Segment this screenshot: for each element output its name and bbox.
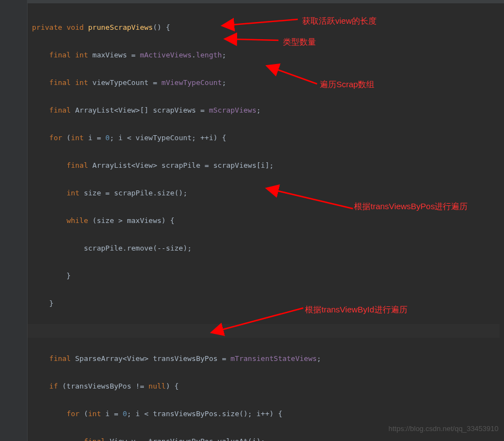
code-line: }: [32, 269, 351, 283]
code-line: final SparseArray<View> transViewsByPos …: [32, 352, 351, 365]
annotation-text: 根据transViewsByPos进行遍历: [354, 200, 497, 212]
code-editor[interactable]: private void pruneScrapViews() { final i…: [28, 0, 351, 441]
watermark-text: https://blog.csdn.net/qq_33453910: [389, 422, 499, 435]
code-line: private void pruneScrapViews() {: [32, 20, 351, 34]
code-line: for (int i = 0; i < transViewsByPos.size…: [32, 407, 351, 421]
code-line: while (size > maxViews) {: [32, 214, 351, 227]
code-line: final int viewTypeCount = mViewTypeCount…: [32, 76, 351, 89]
code-line: [32, 324, 351, 338]
code-line: }: [32, 296, 351, 310]
code-line: if (transViewsByPos != null) {: [32, 379, 351, 393]
code-line: scrapPile.remove(--size);: [32, 241, 351, 255]
code-line: final ArrayList<View> scrapPile = scrapV…: [32, 158, 351, 172]
code-line: for (int i = 0; i < viewTypeCount; ++i) …: [32, 131, 351, 145]
editor-gutter: [0, 0, 28, 441]
code-line: final ArrayList<View>[] scrapViews = mSc…: [32, 103, 351, 117]
code-line: final int maxViews = mActiveViews.length…: [32, 48, 351, 62]
code-line: int size = scrapPile.size();: [32, 186, 351, 200]
code-line: final View v = transViewsByPos.valueAt(i…: [32, 434, 351, 441]
